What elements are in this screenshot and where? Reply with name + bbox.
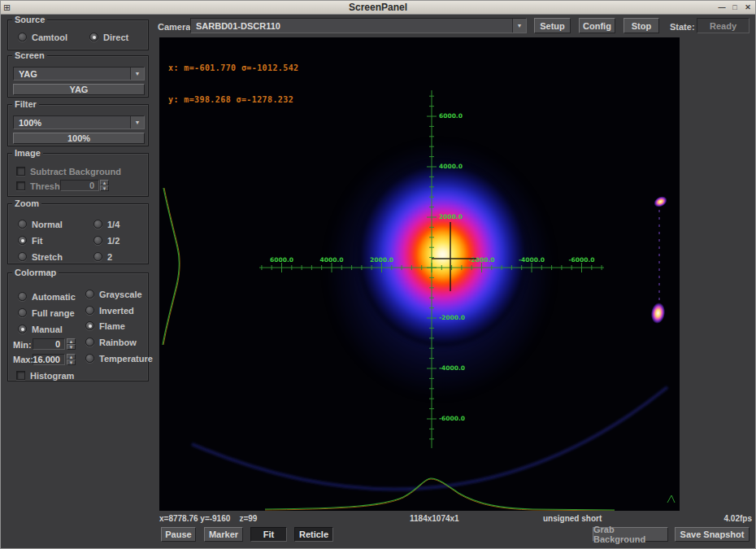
chevron-down-icon[interactable]: ▼	[130, 68, 144, 80]
max-value-field[interactable]: 16.000	[33, 354, 65, 365]
reticle-y-label: -4000.0	[439, 364, 465, 372]
radio-zoom-stretch[interactable]: Stretch	[18, 251, 63, 262]
stop-button[interactable]: Stop	[623, 18, 659, 33]
radio-camtool[interactable]: Camtool	[18, 32, 67, 42]
group-filter-title: Filter	[12, 99, 39, 110]
group-image-title: Image	[12, 148, 43, 159]
spin-up-icon[interactable]: ▲	[67, 354, 76, 359]
radio-zoom-fit[interactable]: Fit	[18, 235, 42, 246]
radio-label: Stretch	[32, 252, 63, 262]
min-value-field[interactable]: 0	[33, 338, 65, 350]
close-icon[interactable]: ✕	[742, 2, 754, 13]
radio-label: Fit	[32, 236, 42, 246]
radio-zoom-quarter[interactable]: 1/4	[93, 219, 119, 229]
camera-image-view[interactable]: 6000.04000.02000.0-2000.0-4000.0-6000.06…	[159, 37, 680, 511]
radio-colormap-rainbow[interactable]: Rainbow	[85, 337, 137, 347]
radio-colormap-grayscale[interactable]: Grayscale	[85, 289, 142, 299]
fps-readout: 4.02fps	[724, 514, 752, 523]
radio-zoom-two[interactable]: 2	[93, 251, 112, 262]
screen-dropdown-value: YAG	[19, 69, 37, 79]
grab-background-button[interactable]: Grab Background	[593, 527, 668, 542]
camera-dropdown-value: SARBD01-DSCR110	[196, 21, 280, 31]
screen-button[interactable]: YAG	[13, 84, 145, 95]
config-button[interactable]: Config	[579, 18, 615, 33]
y-profile-curve	[163, 188, 179, 345]
fit-button[interactable]: Fit	[250, 527, 287, 542]
main-panel: Source Camtool Direct Screen YAG ▼ YAG F…	[1, 15, 755, 548]
checkbox-icon	[16, 167, 25, 176]
reticle-button[interactable]: Reticle	[294, 527, 333, 542]
radio-zoom-normal[interactable]: Normal	[18, 219, 63, 229]
group-source: Source Camtool Direct	[7, 20, 149, 50]
radio-label: Direct	[103, 33, 128, 42]
checkbox-label: Subtract Background	[30, 167, 121, 176]
threshold-value-field[interactable]: 0	[60, 180, 99, 191]
pause-button[interactable]: Pause	[161, 527, 196, 542]
reticle-x-label: -2000.0	[468, 256, 494, 264]
chevron-down-icon[interactable]: ▼	[512, 19, 526, 33]
radio-label: Temperature	[99, 354, 153, 364]
state-label: State:	[670, 22, 695, 32]
reticle-x-label: 2000.0	[370, 256, 393, 264]
screen-dropdown[interactable]: YAG ▼	[13, 67, 145, 81]
radio-icon	[85, 306, 94, 315]
spin-down-icon[interactable]: ▼	[100, 185, 109, 191]
spin-up-icon[interactable]: ▲	[67, 338, 76, 344]
radio-icon	[85, 338, 94, 346]
radio-colormap-manual[interactable]: Manual	[18, 324, 63, 334]
radio-label: Camtool	[32, 33, 67, 42]
vignette-arc	[192, 387, 667, 490]
min-stepper[interactable]: ▲ ▼	[67, 338, 76, 350]
radio-icon-selected	[85, 321, 94, 330]
radio-zoom-half[interactable]: 1/2	[93, 235, 119, 246]
checkbox-icon	[16, 181, 25, 190]
window-title: ScreenPanel	[1, 2, 755, 14]
spin-up-icon[interactable]: ▲	[100, 180, 109, 185]
filter-dropdown-value: 100%	[19, 118, 41, 128]
radio-label: Flame	[99, 321, 125, 331]
max-stepper[interactable]: ▲ ▼	[67, 354, 76, 365]
radio-label: Rainbow	[99, 338, 137, 347]
radio-label: 1/2	[107, 236, 119, 246]
radio-colormap-full-range[interactable]: Full range	[18, 307, 75, 318]
group-image: Image Subtract Background Threshold 0 ▲ …	[7, 153, 149, 197]
checkbox-histogram[interactable]: Histogram	[16, 370, 74, 381]
threshold-stepper[interactable]: ▲ ▼	[100, 180, 109, 191]
save-snapshot-button[interactable]: Save Snapshot	[675, 527, 749, 542]
spin-down-icon[interactable]: ▼	[67, 344, 76, 350]
radio-label: 1/4	[107, 220, 119, 229]
group-zoom-title: Zoom	[12, 198, 41, 209]
marker-button[interactable]: Marker	[204, 527, 243, 542]
radio-icon	[18, 292, 27, 301]
group-colormap: Colormap Automatic Full range Manual Gra…	[7, 272, 149, 381]
radio-icon-selected	[18, 236, 27, 245]
camera-dropdown[interactable]: SARBD01-DSCR110 ▼	[190, 18, 527, 33]
radio-icon	[18, 308, 27, 317]
radio-colormap-flame[interactable]: Flame	[85, 320, 125, 331]
radio-label: Grayscale	[99, 290, 142, 299]
radio-direct[interactable]: Direct	[89, 32, 128, 42]
radio-colormap-temperature[interactable]: Temperature	[85, 353, 153, 364]
chevron-down-icon[interactable]: ▼	[130, 116, 144, 129]
radio-icon	[18, 252, 27, 261]
image-size-readout: 1184x1074x1	[410, 514, 459, 523]
radio-label: Manual	[32, 325, 63, 334]
radio-icon	[85, 354, 94, 363]
checkbox-subtract-background[interactable]: Subtract Background	[16, 166, 121, 176]
radio-colormap-inverted[interactable]: Inverted	[85, 305, 134, 316]
spin-down-icon[interactable]: ▼	[67, 359, 76, 365]
minimize-icon[interactable]: —	[716, 2, 728, 13]
cursor-readout: x=8778.76 y=-9160 z=99	[159, 514, 257, 523]
radio-icon	[93, 220, 102, 229]
radio-icon	[18, 33, 27, 41]
radio-colormap-automatic[interactable]: Automatic	[18, 291, 76, 302]
screenpanel-window: ⊞ ScreenPanel — □ ✕ Source Camtool Direc…	[0, 0, 756, 549]
filter-dropdown[interactable]: 100% ▼	[13, 115, 145, 129]
reticle-y-label: 4000.0	[439, 163, 463, 170]
state-value: Ready	[697, 18, 749, 33]
setup-button[interactable]: Setup	[534, 18, 571, 33]
checkbox-icon	[16, 371, 25, 380]
filter-button[interactable]: 100%	[13, 133, 145, 144]
radio-icon-selected	[18, 325, 27, 333]
maximize-icon[interactable]: □	[729, 2, 741, 13]
